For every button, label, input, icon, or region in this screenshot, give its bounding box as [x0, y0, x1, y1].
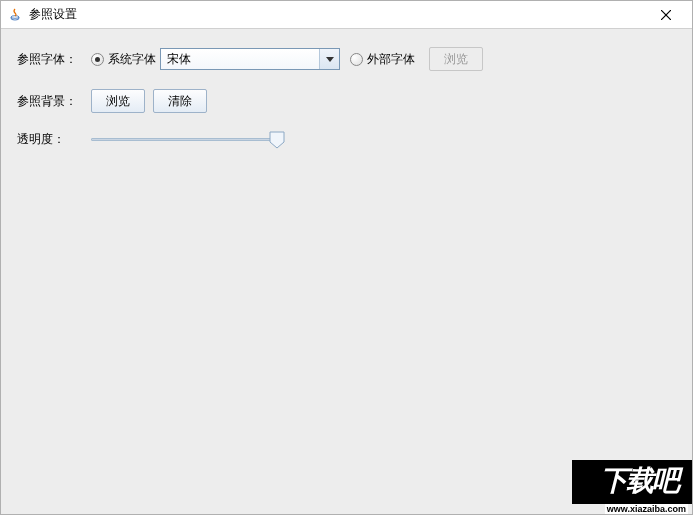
titlebar: 参照设置 [1, 1, 692, 29]
font-label: 参照字体： [17, 51, 83, 68]
slider-thumb-icon [269, 131, 285, 149]
window-title: 参照设置 [29, 6, 77, 23]
external-font-radio[interactable]: 外部字体 [350, 51, 415, 68]
slider-track-line [91, 138, 277, 141]
background-label: 参照背景： [17, 93, 83, 110]
system-font-radio[interactable]: 系统字体 [91, 51, 156, 68]
chevron-down-icon [319, 49, 339, 69]
java-icon [7, 7, 23, 23]
font-browse-label: 浏览 [444, 51, 468, 68]
radio-checked-icon [91, 53, 104, 66]
background-row: 参照背景： 浏览 清除 [17, 89, 676, 113]
svg-point-0 [11, 15, 19, 18]
opacity-row: 透明度： [17, 131, 676, 148]
watermark-text: 下载吧 [600, 462, 678, 500]
font-row: 参照字体： 系统字体 宋体 外部字体 浏览 [17, 47, 676, 71]
system-font-radio-label: 系统字体 [108, 51, 156, 68]
background-clear-label: 清除 [168, 93, 192, 110]
opacity-label: 透明度： [17, 131, 83, 148]
opacity-slider[interactable] [91, 132, 277, 148]
font-browse-button: 浏览 [429, 47, 483, 71]
radio-unchecked-icon [350, 53, 363, 66]
watermark: 下载吧 www.xiazaiba.com [552, 454, 692, 514]
close-button[interactable] [646, 2, 686, 28]
font-combobox[interactable]: 宋体 [160, 48, 340, 70]
background-browse-button[interactable]: 浏览 [91, 89, 145, 113]
background-clear-button[interactable]: 清除 [153, 89, 207, 113]
background-browse-label: 浏览 [106, 93, 130, 110]
watermark-url: www.xiazaiba.com [605, 504, 688, 514]
content-panel: 参照字体： 系统字体 宋体 外部字体 浏览 参照背景： 浏览 清除 透明度： [1, 29, 692, 514]
external-font-radio-label: 外部字体 [367, 51, 415, 68]
font-combobox-value: 宋体 [167, 51, 191, 68]
close-icon [661, 10, 671, 20]
